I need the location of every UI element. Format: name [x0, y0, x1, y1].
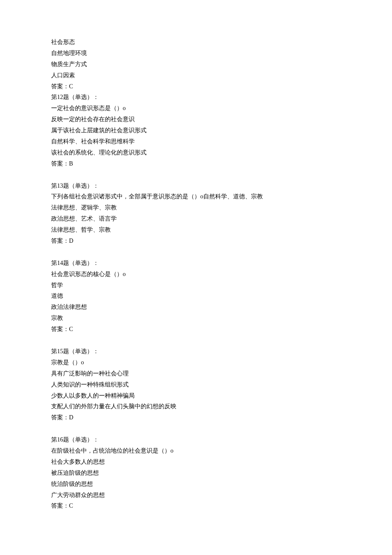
spacer [51, 335, 341, 346]
question-option: 哲学 [51, 280, 341, 291]
intro-line: 物质生产方式 [51, 59, 341, 70]
question-option: 法律思想、哲学、宗教 [51, 224, 341, 235]
intro-line: 社会形态 [51, 37, 341, 48]
question-option: 被压迫阶级的思想 [51, 468, 341, 479]
question-stem: 社会意识形态的核心是（）o [51, 269, 341, 280]
question-option: 具有广泛影响的一种社会心理 [51, 368, 341, 379]
question-option: 支配人们的外部力量在人们头脑中的幻想的反映 [51, 401, 341, 412]
question-stem: 一定社会的意识形态是（）o [51, 103, 341, 114]
spacer [51, 247, 341, 258]
question-option: 法律思想、逻辑学、宗教 [51, 202, 341, 213]
question-option: 政治法律思想 [51, 302, 341, 313]
question-option: 统治阶级的思想 [51, 479, 341, 490]
question-option: 属于该社会上层建筑的社会意识形式 [51, 125, 341, 136]
question-header: 第14题（单选）： [51, 258, 341, 269]
question-header: 第15题（单选）： [51, 346, 341, 357]
question-option: 广大劳动群众的思想 [51, 490, 341, 501]
question-header: 第16题（单选）： [51, 434, 341, 445]
question-option: 社会大多数人的思想 [51, 456, 341, 468]
question-option: 少数人以多数人的一种精神骗局 [51, 390, 341, 401]
intro-line: 自然地理环境 [51, 48, 341, 59]
question-header: 第13题（单选）： [51, 180, 341, 192]
question-stem: 宗教是（）o [51, 357, 341, 368]
question-option: 政治思想、艺术、语言学 [51, 213, 341, 224]
intro-line: 人口因素 [51, 70, 341, 81]
question-option: 人类知识的一种特殊组织形式 [51, 379, 341, 390]
question-stem: 下列各组社会意识诸形式中，全部属于意识形态的是（）o自然科学、道德、宗教 [51, 191, 341, 202]
document-page: 社会形态 自然地理环境 物质生产方式 人口因素 答案：C 第12题（单选）： 一… [0, 0, 392, 555]
question-option: 该社会的系统化、理论化的意识形式 [51, 147, 341, 158]
answer-line: 答案：C [51, 81, 341, 92]
answer-line: 答案：B [51, 158, 341, 169]
answer-line: 答案：C [51, 324, 341, 335]
question-option: 道德 [51, 291, 341, 302]
spacer [51, 169, 341, 180]
question-option: 自然科学、社会科学和思维科学 [51, 136, 341, 147]
question-option: 宗教 [51, 313, 341, 324]
question-option: 反映一定的社会存在的社会意识 [51, 114, 341, 125]
question-header: 第12题（单选）： [51, 92, 341, 103]
answer-line: 答案：D [51, 235, 341, 247]
question-stem: 在阶级社会中，占统治地位的社会意识是（）o [51, 445, 341, 456]
answer-line: 答案：D [51, 412, 341, 423]
answer-line: 答案：C [51, 500, 341, 511]
spacer [51, 423, 341, 434]
